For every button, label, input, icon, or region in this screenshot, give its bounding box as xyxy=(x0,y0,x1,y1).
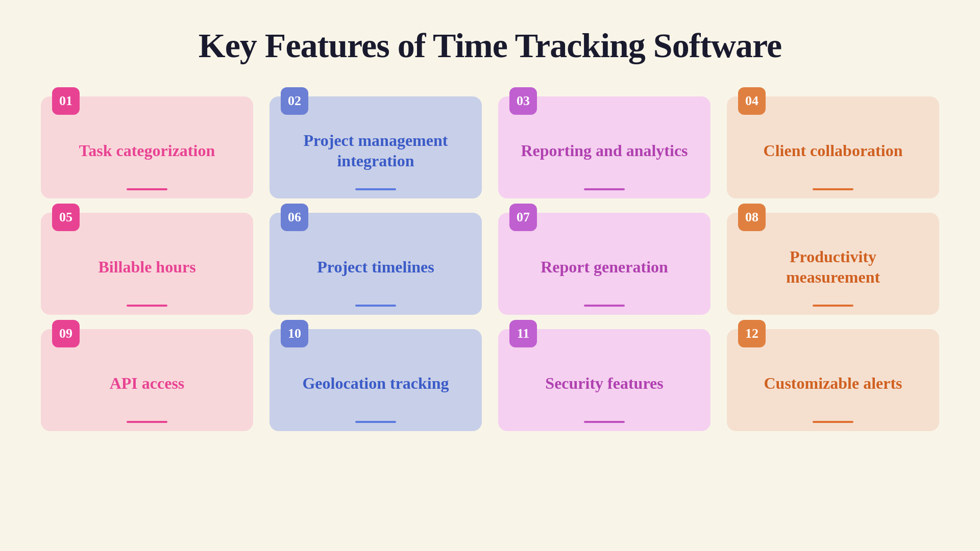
feature-card-01: 01Task categorization xyxy=(41,96,253,198)
card-badge-03: 03 xyxy=(509,87,537,115)
card-badge-04: 04 xyxy=(738,87,766,115)
feature-card-07: 07Report generation xyxy=(498,213,710,315)
card-label-01: Task categorization xyxy=(79,140,215,161)
card-badge-07: 07 xyxy=(509,204,537,231)
feature-card-02: 02Project management integration xyxy=(270,96,482,198)
card-label-08: Productivity measurement xyxy=(741,246,925,287)
feature-card-11: 11Security features xyxy=(498,329,710,431)
card-label-03: Reporting and analytics xyxy=(521,140,688,161)
feature-card-12: 12Customizable alerts xyxy=(727,329,939,431)
card-label-12: Customizable alerts xyxy=(764,373,902,393)
card-badge-01: 01 xyxy=(52,87,80,115)
card-badge-08: 08 xyxy=(738,204,766,231)
feature-card-09: 09API access xyxy=(41,329,253,431)
card-badge-12: 12 xyxy=(738,320,766,347)
feature-card-04: 04Client collaboration xyxy=(727,96,939,198)
card-badge-10: 10 xyxy=(281,320,308,347)
card-label-09: API access xyxy=(110,373,185,393)
card-badge-11: 11 xyxy=(509,320,537,347)
card-label-11: Security features xyxy=(545,373,663,393)
page-title: Key Features of Time Tracking Software xyxy=(199,26,781,66)
card-badge-02: 02 xyxy=(281,87,308,115)
card-label-06: Project timelines xyxy=(317,257,434,277)
card-badge-09: 09 xyxy=(52,320,80,347)
card-label-04: Client collaboration xyxy=(764,140,903,161)
card-label-02: Project management integration xyxy=(284,130,468,171)
feature-card-06: 06Project timelines xyxy=(270,213,482,315)
card-badge-05: 05 xyxy=(52,204,80,231)
card-label-05: Billable hours xyxy=(98,257,195,277)
feature-card-05: 05Billable hours xyxy=(41,213,253,315)
feature-card-08: 08Productivity measurement xyxy=(727,213,939,315)
feature-card-10: 10Geolocation tracking xyxy=(270,329,482,431)
card-label-07: Report generation xyxy=(541,257,668,277)
feature-card-03: 03Reporting and analytics xyxy=(498,96,710,198)
card-label-10: Geolocation tracking xyxy=(302,373,449,393)
card-badge-06: 06 xyxy=(281,204,308,231)
features-grid: 01Task categorization02Project managemen… xyxy=(41,96,939,431)
